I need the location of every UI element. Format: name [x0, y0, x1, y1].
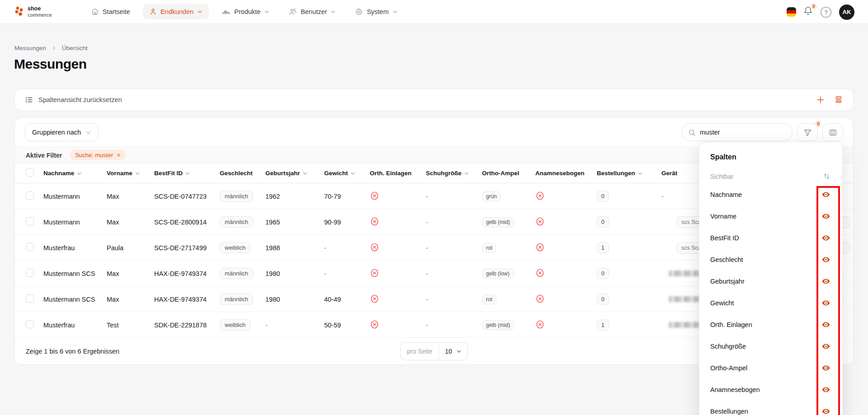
cell-value: - [426, 219, 428, 226]
cell-value: - [426, 193, 428, 200]
chevron-down-icon [392, 9, 398, 14]
cell-ortho-ampel: rot [482, 294, 535, 304]
cell-ortho-ampel: gelb (mid) [482, 320, 535, 330]
nav-item-system[interactable]: System [349, 4, 404, 19]
circle-x-icon [535, 320, 545, 329]
brand-logo[interactable]: shoe commerce [14, 6, 52, 18]
gear-icon [355, 8, 363, 16]
per-page-label: pro Seite [401, 343, 439, 360]
cell-orth-einlagen [370, 268, 426, 279]
gender-badge: männlich [220, 294, 253, 305]
cell-bestellungen: 0 [597, 191, 661, 202]
funnel-icon [803, 128, 812, 137]
close-x-icon[interactable] [116, 153, 121, 158]
notification-count-badge: 0 [810, 3, 817, 9]
users-icon [288, 8, 297, 16]
cell-value: 1980 [265, 296, 280, 303]
column-header-nachname[interactable]: Nachname [43, 170, 107, 177]
reset-column-view-button[interactable]: Spaltenansicht zurücksetzen [25, 96, 122, 104]
ampel-badge: grün [482, 191, 501, 201]
breadcrumb-messungen[interactable]: Messungen [14, 45, 46, 51]
sort-arrows-icon[interactable] [823, 173, 830, 180]
eye-icon[interactable] [821, 233, 830, 242]
eye-icon[interactable] [821, 407, 830, 415]
filter-button[interactable]: 0 [797, 123, 818, 141]
eye-icon[interactable] [821, 320, 830, 329]
circle-x-icon [370, 217, 379, 226]
cell-bestellungen: 0 [597, 268, 661, 279]
add-view-plus-icon[interactable] [816, 95, 825, 104]
eye-icon[interactable] [821, 342, 830, 351]
language-flag-german[interactable] [787, 7, 796, 17]
eye-icon[interactable] [821, 364, 830, 373]
column-header-label: Gerät [661, 170, 677, 177]
column-header-schuhgr-e[interactable]: Schuhgröße [426, 170, 482, 177]
breadcrumb-uebersicht[interactable]: Übersicht [62, 45, 88, 51]
panel-column-item: Geschlecht [710, 249, 842, 270]
row-select-cell [26, 294, 43, 304]
eye-icon[interactable] [821, 190, 830, 199]
saved-views-rows-icon[interactable] [834, 95, 843, 104]
column-header-label: Geschlecht [220, 170, 253, 177]
ampel-badge: gelb (mid) [482, 320, 514, 330]
column-header-bestellungen[interactable]: Bestellungen [597, 170, 661, 177]
row-checkbox[interactable] [26, 269, 34, 277]
cell-geschlecht: männlich [220, 268, 265, 279]
row-checkbox[interactable] [26, 243, 34, 251]
reset-column-view-label: Spaltenansicht zurücksetzen [38, 96, 122, 103]
columns-visibility-panel: Spalten Sichtbar NachnameVornameBestFit … [699, 142, 843, 415]
cell-value: SCS-DE-0747723 [154, 193, 207, 200]
eye-icon[interactable] [821, 212, 830, 221]
panel-column-label: Schuhgröße [710, 343, 746, 350]
columns-button[interactable] [822, 123, 843, 141]
cell-value: Mustermann [43, 193, 80, 200]
nav-item-endkunden[interactable]: Endkunden [143, 4, 209, 19]
cell-anamnesebogen [535, 217, 597, 228]
panel-column-label: Anamnesebogen [710, 386, 760, 393]
row-checkbox[interactable] [26, 217, 34, 225]
notifications-button[interactable]: 0 [803, 6, 813, 18]
select-all-checkbox[interactable] [26, 168, 34, 177]
cell-value: - [426, 296, 428, 303]
user-avatar[interactable]: AK [839, 5, 854, 20]
chevron-down-icon [85, 130, 91, 135]
per-page-value: 10 [445, 348, 452, 355]
column-header-bestfit-id[interactable]: BestFit ID [154, 170, 220, 177]
circle-x-icon [370, 242, 379, 252]
cell-orth-einlagen [370, 191, 426, 202]
cell-value: Mustermann SCS [43, 296, 95, 303]
ampel-badge: rot [482, 294, 496, 304]
chevron-right-icon [52, 46, 57, 51]
cell-nachname: Musterfrau [43, 244, 107, 252]
filter-chip[interactable]: Suche: muster [70, 150, 126, 160]
panel-column-label: Bestellungen [710, 408, 748, 415]
nav-item-produkte[interactable]: Produkte [215, 5, 276, 19]
orders-count-badge: 0 [597, 191, 609, 202]
column-header-gewicht[interactable]: Gewicht [324, 170, 370, 177]
help-icon[interactable]: ? [820, 6, 832, 18]
orders-count-badge: 1 [597, 242, 609, 253]
chevron-down-accent-icon [197, 9, 203, 14]
nav-item-startseite[interactable]: Startseite [85, 4, 137, 19]
row-checkbox[interactable] [26, 320, 34, 328]
column-header-vorname[interactable]: Vorname [107, 170, 154, 177]
column-header-geburtsjahr[interactable]: Geburtsjahr [265, 170, 324, 177]
search-input[interactable] [700, 129, 777, 136]
group-by-button[interactable]: Gruppieren nach [25, 123, 99, 141]
nav-item-benutzer[interactable]: Benutzer [282, 4, 342, 19]
eye-icon[interactable] [821, 385, 830, 394]
eye-icon[interactable] [821, 255, 830, 264]
cell-geschlecht: männlich [220, 216, 265, 228]
cell-value: Musterfrau [43, 322, 75, 329]
eye-icon[interactable] [821, 298, 830, 308]
row-checkbox[interactable] [26, 294, 34, 303]
column-header-label: BestFit ID [154, 170, 183, 177]
person-icon [149, 8, 157, 16]
cell-bestfit_id: HAX-DE-9749374 [154, 270, 220, 277]
eye-icon[interactable] [821, 277, 830, 286]
per-page-select[interactable]: pro Seite 10 [400, 342, 468, 360]
shoe-commerce-logo-icon [14, 6, 24, 18]
cell-anamnesebogen [535, 268, 597, 279]
cell-value: Mustermann [43, 219, 80, 226]
row-checkbox[interactable] [26, 191, 34, 200]
